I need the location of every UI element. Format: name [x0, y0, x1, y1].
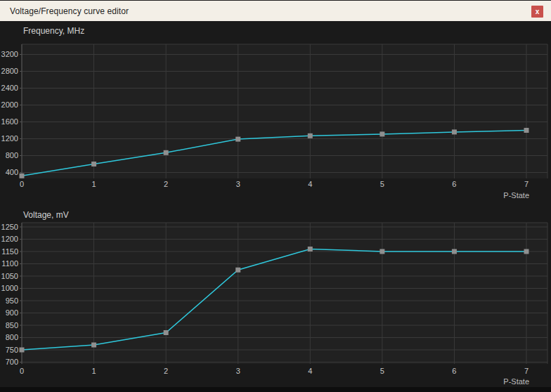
- x-tick-label: 2: [164, 180, 168, 188]
- x-tick-label: 4: [308, 180, 312, 188]
- x-tick-label: 6: [452, 367, 456, 375]
- voltage-point-p2[interactable]: [164, 330, 169, 335]
- voltage-point-p1[interactable]: [91, 343, 96, 348]
- y-tick-label: 1100: [1, 259, 18, 268]
- voltage-point-p7[interactable]: [524, 249, 529, 254]
- y-tick-label: 700: [6, 358, 18, 366]
- x-tick-label: 7: [524, 180, 529, 188]
- x-tick-label: 6: [452, 180, 456, 188]
- y-tick-label: 3200: [1, 50, 18, 58]
- vf-curve-editor-window: Voltage/Frequency curve editor x 4008001…: [0, 0, 551, 392]
- frequency-point-p3[interactable]: [235, 137, 240, 142]
- frequency-point-p0[interactable]: [20, 174, 25, 178]
- voltage-point-p6[interactable]: [452, 249, 457, 254]
- y-tick-label: 800: [6, 333, 18, 341]
- frequency-point-p4[interactable]: [308, 133, 313, 138]
- close-button[interactable]: x: [531, 6, 543, 18]
- y-tick-label: 2400: [1, 84, 18, 92]
- y-tick-label: 1250: [1, 223, 18, 231]
- frequency-xaxis-label: P-State: [503, 191, 529, 200]
- y-tick-label: 1000: [1, 284, 18, 292]
- voltage-point-p3[interactable]: [235, 268, 240, 273]
- voltage-chart: 7007508008509009501000105011001150120012…: [1, 210, 547, 386]
- voltage-plot-area[interactable]: [22, 223, 547, 364]
- y-tick-label: 2800: [1, 67, 18, 75]
- window-titlebar[interactable]: Voltage/Frequency curve editor x: [0, 0, 551, 21]
- y-tick-label: 1050: [1, 272, 18, 280]
- y-tick-label: 1150: [1, 247, 18, 256]
- x-tick-label: 0: [20, 367, 24, 375]
- y-tick-label: 900: [6, 308, 18, 317]
- x-tick-label: 2: [164, 367, 168, 375]
- x-tick-label: 3: [236, 180, 240, 188]
- window-bottom-border: [0, 387, 551, 392]
- frequency-chart-title: Frequency, MHz: [23, 26, 84, 36]
- x-tick-label: 3: [236, 367, 240, 375]
- voltage-xaxis-label: P-State: [503, 377, 529, 386]
- y-tick-label: 400: [6, 168, 18, 176]
- voltage-chart-title: Voltage, mV: [23, 210, 69, 220]
- y-tick-label: 950: [6, 296, 18, 305]
- y-tick-label: 1200: [1, 134, 18, 143]
- frequency-chart: 40080012001600200024002800320001234567Fr…: [1, 26, 547, 200]
- charts-canvas: 40080012001600200024002800320001234567Fr…: [0, 0, 551, 392]
- x-tick-label: 7: [524, 367, 529, 375]
- y-tick-label: 2000: [1, 100, 18, 109]
- x-tick-label: 4: [308, 367, 312, 375]
- y-tick-label: 850: [6, 321, 18, 329]
- window-title: Voltage/Frequency curve editor: [10, 6, 129, 16]
- frequency-point-p2[interactable]: [164, 150, 169, 155]
- voltage-point-p5[interactable]: [380, 249, 384, 254]
- y-tick-label: 750: [6, 346, 18, 354]
- frequency-plot-area[interactable]: [22, 44, 547, 178]
- voltage-point-p0[interactable]: [20, 348, 25, 353]
- y-tick-label: 1200: [1, 235, 18, 243]
- y-tick-label: 1600: [1, 117, 18, 126]
- frequency-point-p6[interactable]: [452, 129, 457, 134]
- frequency-point-p7[interactable]: [524, 128, 529, 133]
- voltage-point-p4[interactable]: [308, 247, 313, 251]
- frequency-point-p5[interactable]: [380, 131, 384, 136]
- x-tick-label: 1: [92, 180, 96, 188]
- x-tick-label: 5: [380, 180, 384, 188]
- x-tick-label: 1: [92, 367, 96, 375]
- x-tick-label: 5: [380, 367, 384, 375]
- x-tick-label: 0: [20, 180, 24, 188]
- frequency-point-p1[interactable]: [91, 162, 96, 166]
- y-tick-label: 800: [6, 151, 18, 159]
